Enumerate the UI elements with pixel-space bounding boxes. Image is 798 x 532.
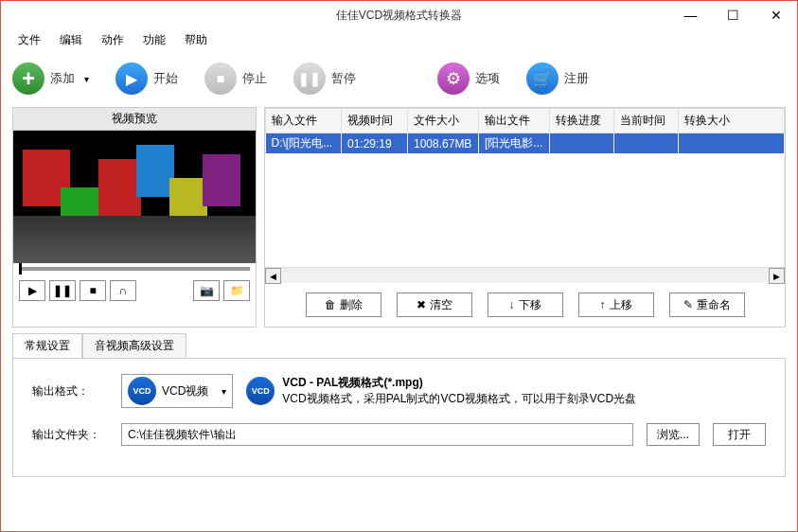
- folder-icon: 📁: [230, 284, 244, 297]
- scroll-left-button[interactable]: ◀: [265, 268, 281, 284]
- rename-icon: ✎: [683, 298, 693, 311]
- titlebar: 佳佳VCD视频格式转换器 — ☐ ✕: [1, 1, 797, 29]
- file-table[interactable]: 输入文件 视频时间 文件大小 输出文件 转换进度 当前时间 转换大小 D:\[阳…: [265, 108, 785, 267]
- delete-button[interactable]: 🗑删除: [306, 293, 381, 317]
- seek-handle[interactable]: [19, 263, 22, 275]
- col-curtime[interactable]: 当前时间: [614, 109, 679, 133]
- open-button[interactable]: 打开: [713, 423, 766, 446]
- preview-title: 视频预览: [13, 108, 256, 131]
- minimize-button[interactable]: —: [669, 1, 712, 29]
- stop-icon: ■: [217, 71, 224, 86]
- player-controls: ▶ ❚❚ ■ ∩ 📷 📁: [13, 275, 256, 307]
- pause-button[interactable]: ❚❚ 暂停: [293, 62, 356, 95]
- play-button[interactable]: ▶: [19, 280, 45, 301]
- pause-icon: ❚❚: [53, 284, 72, 297]
- menu-action[interactable]: 动作: [92, 30, 133, 50]
- cart-icon: 🛒: [533, 70, 552, 88]
- action-row: 🗑删除 ✖清空 ↓下移 ↑上移 ✎重命名: [265, 283, 785, 327]
- tab-general[interactable]: 常规设置: [12, 333, 82, 358]
- options-button[interactable]: ⚙ 选项: [437, 62, 500, 95]
- play-icon: ▶: [28, 284, 37, 297]
- file-table-wrap: 输入文件 视频时间 文件大小 输出文件 转换进度 当前时间 转换大小 D:\[阳…: [265, 108, 785, 267]
- snapshot-button[interactable]: 📷: [193, 280, 220, 301]
- stop-button-small[interactable]: ■: [80, 280, 106, 301]
- movedown-button[interactable]: ↓下移: [488, 293, 563, 317]
- tab-headers: 常规设置 音视频高级设置: [12, 333, 786, 358]
- window-controls: — ☐ ✕: [669, 1, 797, 29]
- preview-panel: 视频预览 ▶ ❚❚ ■ ∩ 📷 📁: [12, 107, 257, 328]
- menu-help[interactable]: 帮助: [175, 30, 217, 50]
- format-row: 输出格式： VCD VCD视频 ▾ VCD VCD - PAL视频格式(*.mp…: [32, 374, 766, 408]
- format-description: VCD VCD - PAL视频格式(*.mpg) VCD视频格式，采用PAL制式…: [246, 375, 636, 407]
- vcd-badge-icon: VCD: [246, 377, 275, 405]
- play-icon: ▶: [126, 70, 137, 88]
- arrow-down-icon: ↓: [509, 298, 515, 311]
- scroll-track[interactable]: [281, 268, 769, 283]
- format-label: 输出格式：: [32, 383, 108, 399]
- preview-video[interactable]: [13, 131, 256, 263]
- scroll-right-button[interactable]: ▶: [769, 268, 785, 284]
- register-button[interactable]: 🛒 注册: [526, 62, 589, 95]
- stop-icon: ■: [89, 284, 96, 297]
- menubar: 文件 编辑 动作 功能 帮助: [1, 29, 797, 50]
- folder-button[interactable]: 📁: [223, 280, 250, 301]
- trash-icon: 🗑: [325, 298, 336, 311]
- maximize-button[interactable]: ☐: [712, 1, 754, 29]
- format-select[interactable]: VCD VCD视频 ▾: [121, 374, 233, 408]
- rename-button[interactable]: ✎重命名: [669, 293, 745, 317]
- camera-icon: 📷: [200, 284, 214, 297]
- start-button[interactable]: ▶ 开始: [115, 62, 178, 95]
- gear-icon: ⚙: [446, 68, 461, 89]
- chevron-down-icon: ▾: [84, 74, 89, 84]
- toolbar: + 添加 ▾ ▶ 开始 ■ 停止 ❚❚ 暂停 ⚙ 选项 🛒 注册: [1, 50, 797, 107]
- col-size[interactable]: 文件大小: [408, 109, 479, 133]
- main-area: 视频预览 ▶ ❚❚ ■ ∩ 📷 📁 输入文件: [1, 107, 797, 328]
- vcd-badge-icon: VCD: [128, 377, 156, 405]
- loop-button[interactable]: ∩: [110, 280, 136, 301]
- moveup-button[interactable]: ↑上移: [578, 293, 654, 317]
- table-row[interactable]: D:\[阳光电... 01:29:19 1008.67MB [阳光电影...: [266, 133, 785, 154]
- loop-icon: ∩: [119, 284, 128, 297]
- folder-label: 输出文件夹：: [32, 427, 108, 443]
- col-progress[interactable]: 转换进度: [550, 109, 614, 133]
- tab-content: 输出格式： VCD VCD视频 ▾ VCD VCD - PAL视频格式(*.mp…: [12, 358, 786, 477]
- browse-button[interactable]: 浏览...: [647, 423, 700, 446]
- folder-row: 输出文件夹： 浏览... 打开: [32, 423, 766, 446]
- seek-bar[interactable]: [19, 267, 250, 271]
- progress-area: [13, 263, 256, 275]
- horizontal-scrollbar[interactable]: ◀ ▶: [265, 267, 785, 283]
- col-input[interactable]: 输入文件: [266, 109, 342, 133]
- file-list-panel: 输入文件 视频时间 文件大小 输出文件 转换进度 当前时间 转换大小 D:\[阳…: [264, 107, 786, 328]
- col-output[interactable]: 输出文件: [479, 109, 550, 133]
- menu-file[interactable]: 文件: [9, 30, 50, 50]
- settings-tabs: 常规设置 音视频高级设置 输出格式： VCD VCD视频 ▾ VCD VCD -…: [12, 333, 786, 477]
- window-title: 佳佳VCD视频格式转换器: [336, 8, 462, 24]
- plus-icon: +: [22, 65, 35, 92]
- close-button[interactable]: ✕: [754, 1, 797, 29]
- stop-button[interactable]: ■ 停止: [204, 62, 267, 95]
- output-folder-input[interactable]: [121, 423, 633, 446]
- menu-function[interactable]: 功能: [133, 30, 175, 50]
- chevron-down-icon: ▾: [222, 386, 226, 397]
- arrow-up-icon: ↑: [600, 298, 606, 311]
- menu-edit[interactable]: 编辑: [50, 30, 92, 50]
- col-outsize[interactable]: 转换大小: [679, 109, 785, 133]
- col-duration[interactable]: 视频时间: [342, 109, 408, 133]
- pause-button-small[interactable]: ❚❚: [49, 280, 76, 301]
- tab-advanced[interactable]: 音视频高级设置: [82, 333, 186, 358]
- clear-icon: ✖: [417, 298, 426, 311]
- add-button[interactable]: + 添加 ▾: [12, 62, 89, 95]
- clear-button[interactable]: ✖清空: [397, 293, 472, 317]
- pause-icon: ❚❚: [298, 71, 321, 86]
